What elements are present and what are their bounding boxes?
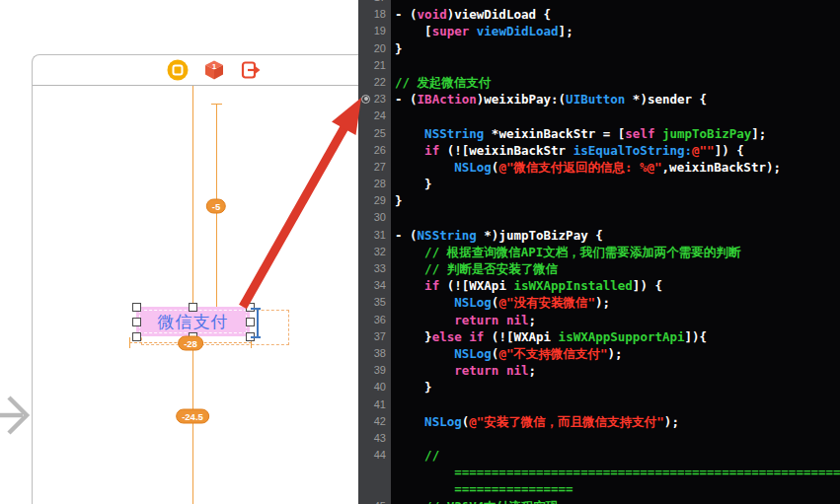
code-text[interactable]: // 判断是否安装了微信	[391, 260, 840, 277]
code-line[interactable]: 19 [super viewDidLoad];	[358, 23, 840, 39]
code-text[interactable]: return nil;	[391, 362, 840, 379]
code-line[interactable]: ========================================…	[358, 464, 840, 480]
line-number[interactable]: 40	[358, 379, 391, 396]
line-number[interactable]: 37	[358, 328, 391, 345]
line-number[interactable]: 18	[358, 6, 391, 23]
exit-icon[interactable]	[239, 58, 263, 82]
code-text[interactable]	[391, 430, 840, 447]
first-responder-cube-icon[interactable]: 1	[202, 58, 226, 82]
code-text[interactable]: // 根据查询微信API文档，我们需要添加两个需要的判断	[391, 244, 840, 260]
line-number[interactable]: 39	[358, 362, 391, 379]
code-line[interactable]: 27 NSLog(@"微信支付返回的信息: %@",weixinBackStr)…	[358, 159, 840, 176]
code-line[interactable]: 41	[358, 396, 840, 413]
code-line[interactable]: 21	[358, 57, 840, 74]
line-number[interactable]: 43	[358, 430, 391, 447]
line-number[interactable]: 35	[358, 294, 391, 311]
code-text[interactable]: - (IBAction)weixibPay:(UIButton *)sender…	[391, 91, 840, 108]
code-text[interactable]: NSLog(@"没有安装微信");	[391, 294, 840, 311]
line-number[interactable]: 44	[358, 447, 391, 464]
code-line[interactable]: 22// 发起微信支付	[358, 74, 840, 91]
code-text[interactable]: ================	[391, 480, 840, 497]
code-text[interactable]: }	[391, 379, 840, 396]
resize-handle-nw[interactable]	[132, 303, 141, 312]
code-line[interactable]: 35 NSLog(@"没有安装微信");	[358, 294, 840, 311]
code-line[interactable]: 26 if (![weixinBackStr isEqualToString:@…	[358, 142, 840, 159]
line-number[interactable]: 19	[358, 23, 391, 39]
code-line[interactable]: ================	[358, 480, 840, 497]
code-text[interactable]: // 发起微信支付	[391, 74, 840, 91]
code-line[interactable]: 45 // V3&V4支付流程实现	[358, 498, 840, 504]
code-line[interactable]: 29}	[358, 192, 840, 209]
code-text[interactable]: ========================================…	[391, 464, 840, 480]
code-line[interactable]: 34 if (![WXApi isWXAppInstalled]) {	[358, 277, 840, 294]
code-line[interactable]: 40 }	[358, 379, 840, 396]
resize-handle-e[interactable]	[246, 318, 255, 326]
line-number[interactable]: 22	[358, 74, 391, 91]
line-number[interactable]: 21	[358, 57, 391, 74]
resize-handle-n[interactable]	[189, 303, 197, 312]
line-number[interactable]: 45	[358, 498, 391, 504]
line-number[interactable]: 34	[358, 277, 391, 294]
line-number[interactable]: 24	[358, 108, 391, 124]
code-text[interactable]: // V3&V4支付流程实现	[391, 498, 840, 504]
code-text[interactable]	[391, 108, 840, 124]
code-text[interactable]	[391, 396, 840, 413]
code-text[interactable]: if (![WXApi isWXAppInstalled]) {	[391, 277, 840, 294]
code-line[interactable]: 36 return nil;	[358, 312, 840, 328]
code-line[interactable]: 24	[358, 108, 840, 124]
line-number[interactable]: 23	[358, 91, 391, 108]
code-line[interactable]: 25 NSString *weixinBackStr = [self jumpT…	[358, 125, 840, 142]
code-text[interactable]: //	[391, 447, 840, 464]
line-number[interactable]: 30	[358, 209, 391, 226]
line-number[interactable]: 20	[358, 40, 391, 57]
line-number[interactable]	[358, 480, 391, 497]
code-editor[interactable]: 1718- (void)viewDidLoad {19 [super viewD…	[358, 0, 840, 504]
code-line[interactable]: 20}	[358, 40, 840, 57]
code-line[interactable]: 38 NSLog(@"不支持微信支付");	[358, 345, 840, 362]
code-text[interactable]: }else if (![WXApi isWXAppSupportApi]){	[391, 328, 840, 345]
line-number[interactable]: 42	[358, 413, 391, 430]
code-line[interactable]: 23- (IBAction)weixibPay:(UIButton *)send…	[358, 91, 840, 108]
code-line[interactable]: 43	[358, 430, 840, 447]
line-number[interactable]: 33	[358, 260, 391, 277]
line-number[interactable]: 29	[358, 192, 391, 209]
line-number[interactable]: 32	[358, 244, 391, 260]
constraint-badge-width[interactable]: -28	[178, 336, 203, 351]
line-number[interactable]: 41	[358, 396, 391, 413]
code-line[interactable]: 30	[358, 209, 840, 226]
code-text[interactable]: }	[391, 40, 840, 57]
view-controller-icon[interactable]	[166, 58, 190, 82]
code-text[interactable]: - (void)viewDidLoad {	[391, 6, 840, 23]
code-line[interactable]: 31- (NSString *)jumpToBizPay {	[358, 227, 840, 244]
code-line[interactable]: 18- (void)viewDidLoad {	[358, 6, 840, 23]
resize-handle-w[interactable]	[132, 318, 141, 326]
resize-handle-sw[interactable]	[132, 332, 141, 341]
code-text[interactable]: NSLog(@"微信支付返回的信息: %@",weixinBackStr);	[391, 159, 840, 176]
line-number[interactable]: 38	[358, 345, 391, 362]
code-text[interactable]: [super viewDidLoad];	[391, 23, 840, 39]
code-text[interactable]	[391, 57, 840, 74]
code-line[interactable]: 42 NSLog(@"安装了微信，而且微信支持支付");	[358, 413, 840, 430]
line-number[interactable]: 31	[358, 227, 391, 244]
constraint-badge-bottom[interactable]: -24.5	[176, 409, 209, 424]
code-line[interactable]: 39 return nil;	[358, 362, 840, 379]
line-number[interactable]: 26	[358, 142, 391, 159]
code-text[interactable]: }	[391, 192, 840, 209]
code-line[interactable]: 37 }else if (![WXApi isWXAppSupportApi])…	[358, 328, 840, 345]
line-number[interactable]: 28	[358, 176, 391, 192]
code-line[interactable]: 28 }	[358, 176, 840, 192]
code-text[interactable]: if (![weixinBackStr isEqualToString:@""]…	[391, 142, 840, 159]
code-line[interactable]: 33 // 判断是否安装了微信	[358, 260, 840, 277]
code-text[interactable]: - (NSString *)jumpToBizPay {	[391, 227, 840, 244]
code-text[interactable]: return nil;	[391, 312, 840, 328]
code-text[interactable]: }	[391, 176, 840, 192]
code-line[interactable]: 32 // 根据查询微信API文档，我们需要添加两个需要的判断	[358, 244, 840, 260]
code-line[interactable]: 44 //	[358, 447, 840, 464]
line-number[interactable]: 25	[358, 125, 391, 142]
code-text[interactable]	[391, 209, 840, 226]
code-text[interactable]: NSLog(@"不支持微信支付");	[391, 345, 840, 362]
code-text[interactable]: NSLog(@"安装了微信，而且微信支持支付");	[391, 413, 840, 430]
line-number[interactable]: 36	[358, 312, 391, 328]
ibaction-connection-marker[interactable]	[361, 95, 370, 104]
line-number[interactable]	[358, 464, 391, 480]
